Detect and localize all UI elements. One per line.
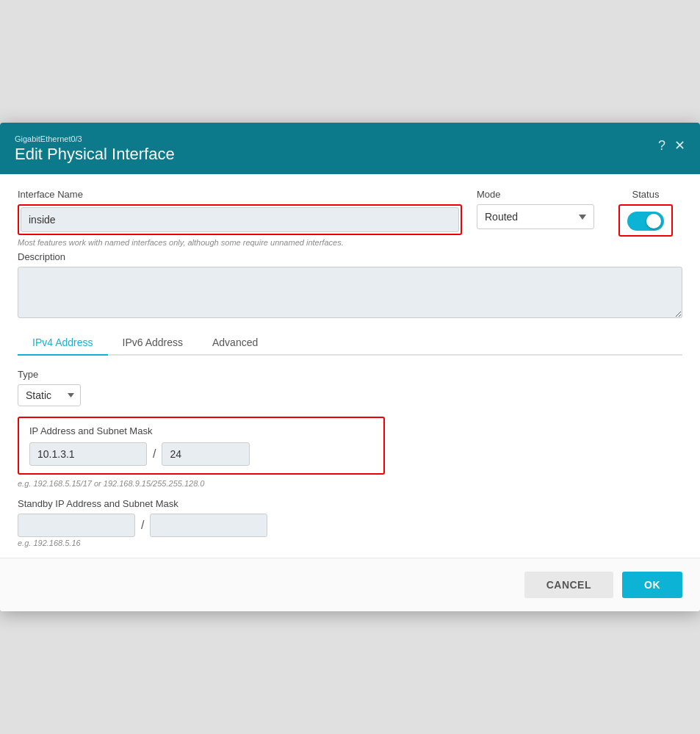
standby-slash: / — [141, 519, 144, 532]
tabs-row: IPv4 Address IPv6 Address Advanced — [18, 331, 682, 356]
standby-ip-input[interactable] — [18, 514, 135, 537]
interface-name-label: Interface Name — [18, 189, 462, 200]
help-icon[interactable]: ? — [658, 138, 665, 154]
type-section: Type Static DHCP PPPoE — [18, 369, 682, 406]
dialog-header: GigabitEthernet0/3 Edit Physical Interfa… — [0, 123, 700, 174]
tab-ipv6[interactable]: IPv6 Address — [108, 331, 198, 356]
dialog-footer: CANCEL OK — [0, 558, 700, 611]
dialog-body: Interface Name Most features work with n… — [0, 174, 700, 547]
ipv4-tab-content: Type Static DHCP PPPoE IP Address and Su… — [18, 369, 682, 547]
subnet-mask-input[interactable] — [162, 442, 250, 466]
status-label: Status — [632, 189, 660, 200]
description-label: Description — [18, 251, 682, 262]
toggle-slider — [627, 212, 664, 231]
mode-select[interactable]: Routed Transparent Passive — [477, 204, 594, 229]
status-section: Status — [609, 189, 682, 237]
close-icon[interactable]: ✕ — [674, 137, 685, 154]
description-textarea[interactable] — [18, 267, 682, 318]
mode-label: Mode — [477, 189, 594, 200]
type-label: Type — [18, 369, 682, 380]
mode-section: Mode Routed Transparent Passive — [477, 189, 594, 229]
status-toggle[interactable] — [627, 212, 664, 231]
ip-subnet-row: / — [29, 442, 373, 466]
standby-section: Standby IP Address and Subnet Mask / e.g… — [18, 498, 682, 547]
cancel-button[interactable]: CANCEL — [524, 572, 613, 598]
ip-address-label: IP Address and Subnet Mask — [29, 425, 373, 436]
type-select[interactable]: Static DHCP PPPoE — [18, 384, 81, 406]
dialog-main-title: Edit Physical Interface — [15, 145, 175, 164]
ip-subnet-red-border: IP Address and Subnet Mask / — [18, 417, 385, 475]
dialog-title-block: GigabitEthernet0/3 Edit Physical Interfa… — [15, 134, 175, 164]
ip-address-input[interactable] — [29, 442, 147, 466]
dialog-header-actions: ? ✕ — [658, 137, 685, 154]
tab-ipv4[interactable]: IPv4 Address — [18, 331, 108, 356]
interface-name-hint: Most features work with named interfaces… — [18, 238, 462, 247]
edit-physical-interface-dialog: GigabitEthernet0/3 Edit Physical Interfa… — [0, 123, 700, 611]
top-row: Interface Name Most features work with n… — [18, 189, 682, 247]
description-section: Description — [18, 251, 682, 320]
interface-name-section: Interface Name Most features work with n… — [18, 189, 462, 247]
dialog-subtitle: GigabitEthernet0/3 — [15, 134, 175, 143]
standby-row: / — [18, 514, 682, 537]
standby-label: Standby IP Address and Subnet Mask — [18, 498, 682, 509]
slash-separator: / — [153, 447, 156, 461]
tab-advanced[interactable]: Advanced — [198, 331, 273, 356]
standby-subnet-input[interactable] — [150, 514, 267, 537]
interface-name-input[interactable] — [21, 207, 459, 232]
interface-name-red-border — [18, 204, 462, 235]
ok-button[interactable]: OK — [622, 572, 682, 598]
standby-hint: e.g. 192.168.5.16 — [18, 539, 682, 547]
ip-address-hint: e.g. 192.168.5.15/17 or 192.168.9.15/255… — [18, 479, 682, 488]
ip-address-section: IP Address and Subnet Mask / e.g. 192.16… — [18, 417, 682, 488]
status-toggle-wrap — [618, 204, 673, 237]
